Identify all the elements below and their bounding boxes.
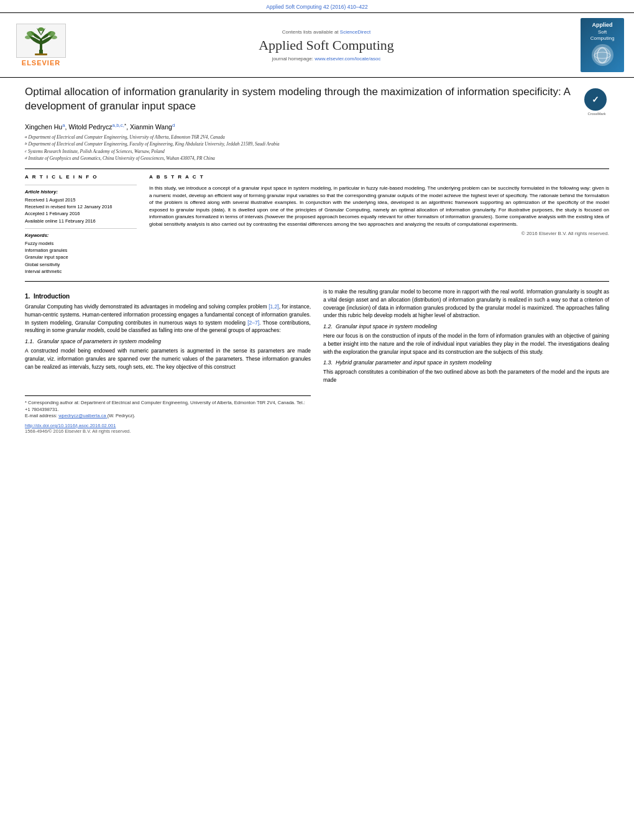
article-info-abstract-section: A R T I C L E I N F O Article history: R…: [25, 174, 609, 275]
keywords-label: Keywords:: [25, 233, 137, 238]
svg-point-6: [38, 27, 44, 31]
svg-point-2: [27, 31, 34, 36]
footnote-divider: [25, 395, 311, 396]
history-label: Article history:: [25, 189, 137, 195]
aff-text-d: Institute of Geophysics and Geomatics, C…: [29, 155, 215, 162]
abstract-column: A B S T R A C T In this study, we introd…: [149, 174, 609, 275]
authors-line: Xingchen Hua, Witold Pedrycza,b,c,*, Xia…: [25, 122, 609, 131]
history-revised: Received in revised form 12 January 2016: [25, 203, 137, 210]
article-info-column: A R T I C L E I N F O Article history: R…: [25, 174, 137, 275]
sciencedirect-link[interactable]: ScienceDirect: [340, 29, 370, 35]
author-2: Witold Pedrycza,b,c,*: [68, 123, 126, 131]
aff-sup-b: b: [25, 141, 27, 148]
affiliation-c: c Systems Research Institute, Polish Aca…: [25, 149, 609, 155]
elsevier-brand-text: ELSEVIER: [22, 59, 60, 67]
aff-text-a: Department of Electrical and Computer En…: [29, 134, 225, 141]
issn-text: 1568-4946/© 2016 Elsevier B.V. All right…: [25, 428, 311, 434]
journal-title-area: Contents lists available at ScienceDirec…: [78, 29, 574, 62]
svg-point-3: [25, 35, 31, 39]
subsection1-1-title: 1.1. Granular space of parameters in sys…: [25, 338, 311, 344]
svg-point-4: [48, 31, 55, 36]
subsection1-2-title: 1.2. Granular input space in system mode…: [323, 323, 609, 330]
aff-sup-c: c: [25, 149, 27, 155]
elsevier-logo: ELSEVIER: [10, 24, 72, 67]
journal-badge: Applied Soft Computing: [581, 18, 624, 72]
crossmark-label: CrossMark: [584, 112, 609, 116]
contents-available: Contents lists available at ScienceDirec…: [78, 29, 574, 35]
footnote-email-link[interactable]: wpedrycz@ualberta.ca: [58, 413, 108, 418]
elsevier-tree-image: [16, 24, 66, 58]
affiliation-b: b Department of Electrical and Computer …: [25, 141, 609, 148]
journal-homepage: journal homepage: www.elsevier.com/locat…: [78, 56, 574, 62]
main-content: Optimal allocation of information granul…: [0, 78, 634, 441]
body-right-col: is to make the resulting granular model …: [323, 288, 609, 434]
keyword-1: Fuzzy models: [25, 240, 137, 247]
aff-sup-d: d: [25, 155, 27, 162]
section1-text: Granular Computing has vividly demonstra…: [25, 303, 311, 335]
keyword-5: Interval arithmetic: [25, 268, 137, 275]
doi-link[interactable]: http://dx.doi.org/10.1016/j.asoc.2016.02…: [25, 423, 116, 428]
history-accepted: Accepted 1 February 2016: [25, 210, 137, 217]
affiliations: a Department of Electrical and Computer …: [25, 134, 609, 162]
history-online: Available online 11 February 2016: [25, 218, 137, 224]
article-title-section: Optimal allocation of information granul…: [25, 85, 609, 116]
keyword-3: Granular input space: [25, 254, 137, 261]
badge-circle: [592, 44, 613, 66]
aff-sup-a: a: [25, 134, 27, 141]
article-info-header: A R T I C L E I N F O: [25, 174, 137, 180]
footnote-star-note: * Corresponding author at: Department of…: [25, 400, 311, 413]
abstract-header: A B S T R A C T: [149, 174, 609, 180]
journal-header: ELSEVIER Contents lists available at Sci…: [0, 12, 634, 78]
footnote-email: E-mail address: wpedrycz@ualberta.ca (W.…: [25, 413, 311, 420]
svg-rect-7: [35, 53, 47, 55]
crossmark-icon: ✓: [584, 88, 607, 111]
divider-1: [25, 168, 609, 169]
subsection1-1-text: A constructed model being endowed with n…: [25, 347, 311, 371]
copyright-line: © 2016 Elsevier B.V. All rights reserved…: [149, 231, 609, 236]
section1-title: 1. Introduction: [25, 293, 311, 300]
journal-name: Applied Soft Computing: [78, 37, 574, 53]
body-two-col: 1. Introduction Granular Computing has v…: [25, 288, 609, 434]
doi-area: http://dx.doi.org/10.1016/j.asoc.2016.02…: [25, 422, 311, 428]
subsection1-3-text: This approach constitutes a combination …: [323, 368, 609, 384]
svg-point-8: [594, 47, 610, 63]
author-3: Xianmin Wangd: [130, 123, 175, 131]
affiliation-a: a Department of Electrical and Computer …: [25, 134, 609, 141]
footnote-area: * Corresponding author at: Department of…: [25, 395, 311, 434]
keyword-2: Information granules: [25, 247, 137, 254]
badge-title-line2: Soft: [584, 29, 620, 35]
badge-title-line1: Applied: [584, 22, 620, 29]
aff-text-c: Systems Research Institute, Polish Acade…: [28, 149, 165, 155]
keyword-4: Global sensitivity: [25, 261, 137, 268]
subsection1-3-title: 1.3. Hybrid granular parameter and input…: [323, 359, 609, 366]
crossmark-badge: ✓ CrossMark: [584, 88, 609, 116]
page-container: Applied Soft Computing 42 (2016) 410–422: [0, 0, 634, 840]
svg-point-5: [51, 35, 57, 39]
info-divider-1: [25, 185, 137, 185]
info-divider-2: [25, 228, 137, 229]
author-1: Xingchen Hua: [25, 123, 65, 131]
subsection1-2-text: Here our focus is on the construction of…: [323, 332, 609, 356]
right-col-text1: is to make the resulting granular model …: [323, 288, 609, 320]
article-title: Optimal allocation of information granul…: [25, 85, 578, 114]
body-left-col: 1. Introduction Granular Computing has v…: [25, 288, 311, 434]
aff-text-b: Department of Electrical and Computer En…: [29, 141, 280, 148]
journal-homepage-link[interactable]: www.elsevier.com/locate/asoc: [315, 56, 380, 62]
citation-text: Applied Soft Computing 42 (2016) 410–422: [266, 4, 368, 10]
abstract-text: In this study, we introduce a concept of…: [149, 185, 609, 228]
divider-2: [25, 281, 609, 282]
citation-bar: Applied Soft Computing 42 (2016) 410–422: [0, 0, 634, 12]
badge-title-line3: Computing: [584, 35, 620, 42]
affiliation-d: d Institute of Geophysics and Geomatics,…: [25, 155, 609, 162]
history-received: Received 1 August 2015: [25, 196, 137, 203]
